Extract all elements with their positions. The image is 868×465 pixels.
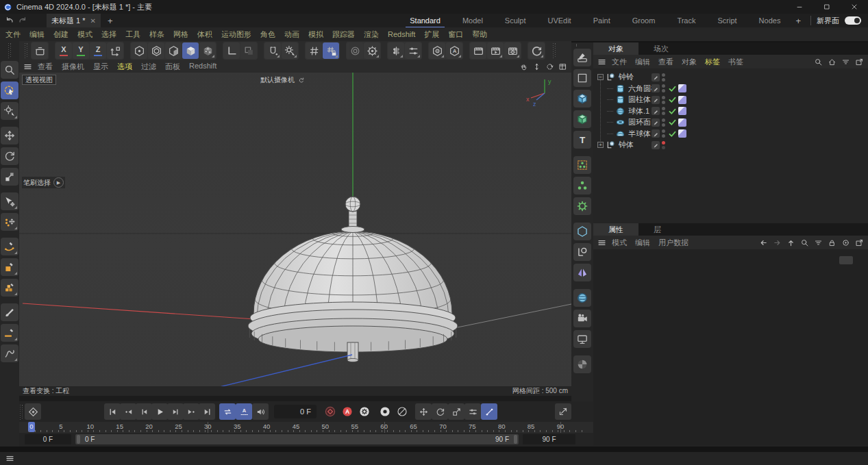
ring-dim-button[interactable] — [347, 42, 363, 59]
visibility-dot[interactable] — [662, 78, 665, 81]
sound-button[interactable] — [252, 403, 269, 420]
visibility-dot[interactable] — [662, 134, 665, 138]
snap-settings-button[interactable] — [282, 42, 298, 59]
filter-icon[interactable] — [841, 58, 850, 66]
object-name[interactable]: 钟铃 — [619, 72, 634, 82]
null-object-button[interactable] — [573, 243, 591, 261]
menu-burger-icon[interactable] — [23, 62, 32, 71]
go-end-button[interactable] — [199, 403, 215, 420]
edit-toggle[interactable] — [652, 84, 660, 92]
object-manager-menu-编辑[interactable]: 编辑 — [635, 57, 650, 67]
range-start-field[interactable]: 0 F — [25, 434, 71, 444]
forward-icon[interactable] — [773, 238, 782, 247]
popout-icon[interactable] — [855, 238, 864, 247]
object-name[interactable]: 半球体 — [628, 129, 651, 139]
brush-play-icon[interactable]: ▶ — [53, 177, 64, 188]
render-settings-button[interactable] — [504, 42, 521, 59]
solo-eye-button[interactable] — [429, 42, 445, 59]
edit-toggle[interactable] — [652, 118, 660, 127]
solo-auto-button[interactable]: A — [446, 42, 462, 59]
sphere-object-button[interactable] — [573, 289, 591, 307]
add-workspace-button[interactable]: + — [795, 16, 801, 26]
menu-角色[interactable]: 角色 — [260, 29, 275, 40]
drag-handle[interactable] — [8, 43, 12, 58]
object-manager-tab-场次[interactable]: 场次 — [638, 42, 684, 55]
record-off-button[interactable] — [394, 403, 410, 420]
add-document-tab-button[interactable]: + — [108, 16, 113, 26]
menu-扩展[interactable]: 扩展 — [424, 29, 439, 40]
interactive-render-button[interactable] — [528, 42, 545, 59]
ngon-object-button[interactable] — [573, 223, 591, 240]
workspace-tab-nodes[interactable]: Nodes — [758, 15, 782, 27]
new-ui-toggle[interactable] — [845, 16, 861, 25]
tree-row-钟体[interactable]: +钟体 — [593, 139, 868, 151]
menu-窗口[interactable]: 窗口 — [448, 29, 463, 40]
drag-handle[interactable] — [553, 43, 556, 58]
camera-swap-icon[interactable] — [297, 77, 305, 84]
symmetry-button[interactable] — [388, 42, 404, 59]
maximize-button[interactable] — [813, 0, 841, 14]
edit-toggle[interactable] — [652, 96, 660, 104]
workspace-tab-paint[interactable]: Paint — [592, 15, 612, 27]
visibility-dot[interactable] — [662, 101, 665, 104]
keyframe-diamond-button[interactable] — [25, 403, 41, 420]
live-selection-button[interactable] — [1, 81, 18, 99]
orbit-icon[interactable] — [545, 62, 554, 71]
sketch-tool-button[interactable] — [1, 344, 18, 362]
preview-range-bar[interactable]: 0 F 90 F — [75, 434, 519, 444]
phong-tag-icon[interactable] — [678, 84, 686, 92]
viewport-menu-选项[interactable]: 选项 — [117, 62, 132, 72]
phong-tag-icon[interactable] — [678, 129, 686, 138]
workplane-button[interactable] — [223, 42, 240, 59]
phong-tag-icon[interactable] — [678, 96, 686, 104]
stage-object-button[interactable] — [573, 330, 591, 348]
menu-渲染[interactable]: 渲染 — [364, 29, 379, 40]
workspace-tab-groom[interactable]: Groom — [631, 15, 657, 27]
render-view-button[interactable] — [470, 42, 486, 59]
prev-frame-button[interactable] — [136, 403, 152, 420]
next-key-button[interactable] — [183, 403, 199, 420]
current-frame-field[interactable]: 0 F — [274, 405, 317, 418]
position-channel-button[interactable] — [415, 403, 432, 420]
go-start-button[interactable] — [104, 403, 121, 420]
phong-tag-icon[interactable] — [678, 118, 686, 127]
viewport-menu-面板[interactable]: 面板 — [165, 62, 180, 72]
ring-gear-button[interactable] — [364, 42, 380, 59]
object-name[interactable]: 球体.1 — [628, 106, 649, 116]
loop-button[interactable] — [219, 403, 236, 420]
modeling-settings-button[interactable] — [405, 42, 421, 59]
multi-move-button[interactable] — [1, 213, 18, 231]
object-manager-menu-书签[interactable]: 书签 — [728, 57, 743, 67]
menu-burger-icon[interactable] — [23, 62, 32, 71]
tweak-tool-button[interactable] — [1, 102, 18, 120]
menu-编辑[interactable]: 编辑 — [29, 29, 45, 40]
menu-样条[interactable]: 样条 — [149, 29, 164, 40]
array-object-button[interactable] — [573, 177, 591, 194]
visibility-dot[interactable] — [662, 118, 665, 122]
scale-channel-button[interactable] — [448, 403, 464, 420]
menu-选择[interactable]: 选择 — [101, 29, 116, 40]
range-end-field[interactable]: 90 F — [523, 434, 575, 444]
rotation-channel-button[interactable] — [432, 403, 448, 420]
matrix-object-button[interactable] — [573, 156, 591, 174]
menu-动画[interactable]: 动画 — [284, 29, 299, 40]
close-tab-icon[interactable]: ✕ — [90, 17, 96, 25]
menu-burger-icon[interactable] — [597, 58, 606, 66]
search-icon[interactable] — [800, 238, 809, 247]
visibility-dot[interactable] — [662, 84, 665, 88]
expand-icon[interactable]: + — [597, 142, 604, 148]
record-keyframe-button[interactable] — [322, 403, 338, 420]
menu-burger-icon[interactable] — [597, 238, 606, 247]
tree-row-球体.1[interactable]: 球体.1 — [593, 105, 868, 117]
enabled-check-icon[interactable] — [668, 95, 677, 104]
visibility-dot[interactable] — [662, 73, 665, 77]
object-manager-menu-查看[interactable]: 查看 — [658, 57, 673, 67]
tree-row-钟铃[interactable]: −钟铃 — [593, 71, 868, 83]
drag-handle[interactable] — [20, 405, 23, 420]
object-name[interactable]: 钟体 — [619, 140, 634, 150]
workspace-tab-model[interactable]: Model — [461, 15, 484, 27]
visibility-dot[interactable] — [662, 112, 665, 115]
visibility-dot[interactable] — [662, 107, 665, 110]
menu-网格[interactable]: 网格 — [173, 29, 188, 40]
object-manager-tab-对象[interactable]: 对象 — [593, 42, 638, 55]
